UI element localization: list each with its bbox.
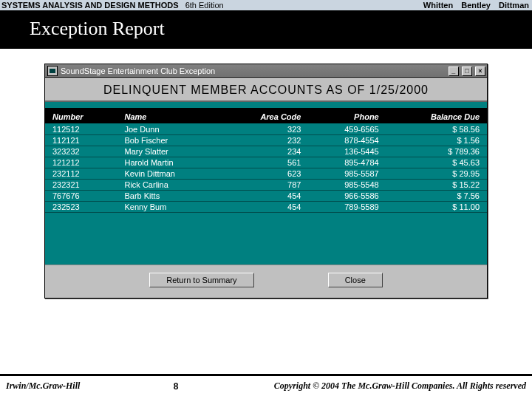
- cell-balance: $ 45.63: [386, 157, 487, 168]
- accounts-table: Number Name Area Code Phone Balance Due …: [45, 111, 487, 213]
- book-title-block: SYSTEMS ANALYSIS AND DESIGN METHODS 6th …: [1, 1, 224, 10]
- cell-area: 454: [221, 202, 309, 213]
- author-3: Dittman: [499, 1, 529, 10]
- dialog-button-row: Return to Summary Close: [45, 265, 487, 298]
- minimize-icon[interactable]: _: [449, 66, 459, 76]
- cell-name: Rick Carlina: [117, 180, 220, 191]
- cell-number: 232112: [45, 168, 117, 180]
- cell-name: Kenny Bum: [117, 202, 220, 213]
- cell-name: Mary Slatter: [117, 146, 220, 157]
- col-number: Number: [45, 111, 117, 124]
- return-button[interactable]: Return to Summary: [149, 273, 253, 287]
- cell-number: 112121: [45, 135, 117, 146]
- publisher-label: Irwin/Mc.Graw-Hill: [6, 381, 154, 392]
- cell-balance: $ 7.56: [386, 191, 487, 202]
- cell-phone: 966-5586: [308, 191, 386, 202]
- table-padding: [45, 213, 487, 265]
- cell-balance: $ 789.36: [386, 146, 487, 157]
- cell-area: 323: [221, 124, 309, 135]
- table-row: 232321Rick Carlina787985-5548$ 15.22: [45, 180, 487, 191]
- col-phone: Phone: [308, 111, 386, 124]
- book-edition: 6th Edition: [185, 1, 224, 10]
- exception-dialog: SoundStage Entertainment Club Exception …: [44, 64, 488, 299]
- cell-balance: $ 11.00: [386, 202, 487, 213]
- authors: Whitten Bentley Dittman: [417, 1, 529, 10]
- col-name: Name: [117, 111, 220, 124]
- dialog-title-text: SoundStage Entertainment Club Exception: [61, 66, 215, 75]
- book-title: SYSTEMS ANALYSIS AND DESIGN METHODS: [1, 1, 179, 10]
- table-header-row: Number Name Area Code Phone Balance Due: [45, 111, 487, 124]
- page-number: 8: [154, 381, 198, 392]
- cell-area: 623: [221, 168, 309, 180]
- table-row: 112121Bob Fischer232878-4554$ 1.56: [45, 135, 487, 146]
- cell-name: Kevin Dittman: [117, 168, 220, 180]
- cell-number: 767676: [45, 191, 117, 202]
- cell-number: 232523: [45, 202, 117, 213]
- table-row: 232523Kenny Bum454789-5589$ 11.00: [45, 202, 487, 213]
- slide-footer: Irwin/Mc.Graw-Hill 8 Copyright © 2004 Th…: [0, 374, 532, 399]
- cell-number: 323232: [45, 146, 117, 157]
- cell-balance: $ 1.56: [386, 135, 487, 146]
- cell-area: 234: [221, 146, 309, 157]
- spacer: [45, 102, 487, 108]
- dialog-titlebar[interactable]: SoundStage Entertainment Club Exception …: [45, 64, 487, 78]
- cell-balance: $ 29.95: [386, 168, 487, 180]
- author-1: Whitten: [423, 1, 453, 10]
- copyright-label: Copyright © 2004 The Mc.Graw-Hill Compan…: [198, 381, 526, 392]
- app-icon: [47, 66, 58, 76]
- cell-balance: $ 58.56: [386, 124, 487, 135]
- cell-area: 787: [221, 180, 309, 191]
- cell-name: Joe Dunn: [117, 124, 220, 135]
- cell-number: 112512: [45, 124, 117, 135]
- cell-phone: 895-4784: [308, 157, 386, 168]
- report-heading: DELINQUENT MEMBER ACCOUNTS AS OF 1/25/20…: [45, 78, 487, 102]
- cell-area: 454: [221, 191, 309, 202]
- slide-body: SoundStage Entertainment Club Exception …: [0, 49, 532, 366]
- cell-name: Harold Martin: [117, 157, 220, 168]
- col-area: Area Code: [221, 111, 309, 124]
- cell-phone: 789-5589: [308, 202, 386, 213]
- author-2: Bentley: [461, 1, 491, 10]
- close-icon[interactable]: ×: [475, 66, 485, 76]
- cell-phone: 985-5548: [308, 180, 386, 191]
- maximize-icon[interactable]: □: [462, 66, 472, 76]
- close-button[interactable]: Close: [328, 273, 383, 287]
- table-row: 232112Kevin Dittman623985-5587$ 29.95: [45, 168, 487, 180]
- slide-title: Exception Report: [0, 12, 532, 49]
- book-header: SYSTEMS ANALYSIS AND DESIGN METHODS 6th …: [0, 0, 532, 12]
- cell-phone: 459-6565: [308, 124, 386, 135]
- cell-area: 561: [221, 157, 309, 168]
- cell-balance: $ 15.22: [386, 180, 487, 191]
- table-row: 767676Barb Kitts454966-5586$ 7.56: [45, 191, 487, 202]
- cell-phone: 878-4554: [308, 135, 386, 146]
- table-row: 323232Mary Slatter234136-5445$ 789.36: [45, 146, 487, 157]
- cell-number: 232321: [45, 180, 117, 191]
- cell-phone: 985-5587: [308, 168, 386, 180]
- cell-name: Bob Fischer: [117, 135, 220, 146]
- table-row: 112512Joe Dunn323459-6565$ 58.56: [45, 124, 487, 135]
- cell-area: 232: [221, 135, 309, 146]
- cell-phone: 136-5445: [308, 146, 386, 157]
- col-balance: Balance Due: [386, 111, 487, 124]
- cell-name: Barb Kitts: [117, 191, 220, 202]
- table-row: 121212Harold Martin561895-4784$ 45.63: [45, 157, 487, 168]
- cell-number: 121212: [45, 157, 117, 168]
